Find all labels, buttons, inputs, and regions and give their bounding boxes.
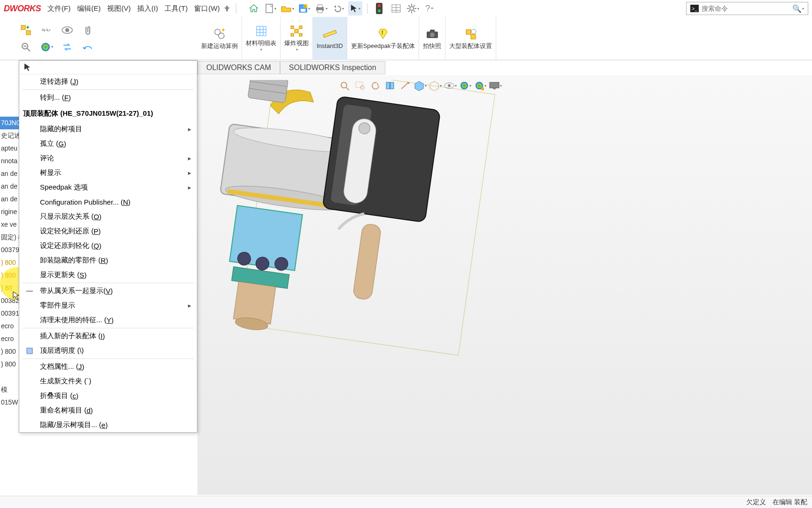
ctx-insert-subassembly[interactable]: 插入新的子装配体 (I) [19,329,197,343]
svg-point-66 [461,82,468,89]
ctx-isolate[interactable]: 孤立 (G) [19,136,197,151]
ctx-invert-selection[interactable]: 逆转选择 (J) [19,74,197,89]
graphics-viewport[interactable]: ▾ ▾ ▾ ▾ ▾ ▾ [197,75,812,495]
menu-edit[interactable]: 编辑(E) [77,4,101,13]
tree-item[interactable]: ) 800 [0,345,19,358]
tree-item[interactable]: ecro [0,333,19,345]
dynamic-zoom-icon[interactable] [398,80,412,91]
zoom-fit-icon[interactable] [338,80,351,91]
tree-item[interactable]: 固定) 8 [0,231,19,244]
ctx-new-folder[interactable]: 生成新文件夹 (`) [19,374,197,389]
appearance-icon[interactable]: ▾ [39,40,54,54]
tree-item[interactable]: an de [0,180,19,193]
status-editing: 在编辑 装配 [773,498,807,507]
traffic-icon[interactable] [372,1,386,16]
view-orientation-icon[interactable]: ▾ [414,80,427,91]
ctx-rename[interactable]: 重命名树项目 (d) [19,403,197,418]
menu-file[interactable]: 文件(F) [47,4,70,13]
print-icon[interactable]: ▾ [314,1,328,16]
apply-scene-icon[interactable]: ▾ [474,80,487,91]
ctx-goto[interactable]: 转到... (F) [19,90,197,105]
section-view-icon[interactable] [383,80,397,91]
large-assembly-button[interactable]: 大型装配体设置 [445,17,496,60]
help-icon[interactable]: ?⁃ [423,1,437,16]
hide-show-icon[interactable]: ▾ [444,80,457,91]
ctx-doc-properties[interactable]: 文档属性... (J) [19,359,197,374]
exploded-view-button[interactable]: 爆炸视图▾ [281,17,313,60]
ctx-hierarchy-only[interactable]: 只显示层次关系 (O) [19,209,197,224]
snapshot-button[interactable]: 拍快照 [419,17,445,60]
tree-item[interactable]: an de [0,167,19,180]
search-input[interactable] [702,5,792,12]
save-icon[interactable]: !▾ [297,1,312,16]
edit-appearance-icon[interactable]: ▾ [459,80,472,91]
update-speedpak-button[interactable]: !更新Speedpak子装配体 [347,17,420,60]
home-icon[interactable] [247,1,261,16]
command-icon: >_ [690,5,699,12]
rotate-icon[interactable] [81,40,95,54]
select-cursor-icon[interactable] [23,63,31,72]
ctx-comment[interactable]: 评论▶ [19,151,197,166]
tree-item[interactable]: 70JN0 [0,117,19,129]
ctx-clean-unused[interactable]: 清理未使用的特征... (Y) [19,313,197,327]
tree-item[interactable]: 015W [0,396,19,409]
tab-cam[interactable]: OLIDWORKS CAM [197,61,280,74]
svg-line-20 [408,5,410,7]
ctx-config-publisher[interactable]: Configuration Publisher... (N) [19,195,197,209]
tree-item[interactable]: ) 800 [0,358,19,371]
context-menu[interactable]: 逆转选择 (J) 转到... (F) 顶层装配体 (HE_S70JN015W(2… [19,60,197,433]
ctx-set-lightweight[interactable]: 设定轻化到还原 (P) [19,224,197,238]
select-icon[interactable]: ▾ [348,1,362,16]
tree-item[interactable]: 00391 [0,307,19,320]
view-settings-icon[interactable]: ▾ [489,80,502,91]
menu-tools[interactable]: 工具(T) [164,4,187,13]
ctx-unload-hidden[interactable]: 卸装隐藏的零部件 (R) [19,253,197,268]
hidden-line-icon[interactable] [39,23,54,37]
instant3d-button[interactable]: Instant3D [313,17,347,60]
ctx-top-transparency[interactable]: 顶层透明度 (\) [19,343,197,358]
undo-icon[interactable]: ▾ [331,1,345,16]
new-motion-study-button[interactable]: ✦新建运动算例 [197,17,242,60]
new-icon[interactable]: ▾ [264,1,278,16]
eye-icon[interactable] [60,23,74,37]
ctx-set-resolved[interactable]: 设定还原到轻化 (Q) [19,238,197,253]
tree-item[interactable]: nnota [0,155,19,167]
open-icon[interactable]: ▾ [281,1,295,16]
zoom-area-icon[interactable] [353,80,367,91]
tree-item[interactable]: an de [0,193,19,206]
menu-window[interactable]: 窗口(W) [194,4,219,13]
ctx-collapse[interactable]: 折叠项目 (c) [19,389,197,403]
ctx-hidden-tree-items[interactable]: 隐藏的树项目▶ [19,122,197,136]
display-style-icon[interactable]: ▾ [429,80,442,91]
command-search[interactable]: >_ 🔍 ▾ [686,2,808,15]
ctx-hide-show-tree[interactable]: 隐藏/显示树项目... (e) [19,418,197,432]
tree-item[interactable]: 模 [0,383,19,396]
search-icon[interactable]: 🔍 [792,4,802,13]
zoom-out-icon[interactable] [19,40,33,54]
tree-item[interactable] [0,371,19,383]
ctx-show-update-holder[interactable]: 显示更新夹 (S) [19,268,197,282]
prev-view-icon[interactable] [368,80,382,91]
tree-item[interactable]: apteu [0,142,19,155]
tree-item[interactable]: 史记述 [0,129,19,142]
tree-item[interactable]: rigine [0,206,19,218]
ctx-speedpak-options[interactable]: Speedpak 选项▶ [19,180,197,195]
ctx-component-display[interactable]: 零部件显示▶ [19,298,197,313]
ribbon: ▾ ✦新建运动算例 材料明细表▾ 爆炸视图▾ Instant3D !更新Spee… [0,17,812,60]
menu-view[interactable]: 视图(V) [107,4,131,13]
ctx-show-with-dependents[interactable]: 带从属关系一起显示(V) [19,284,197,298]
ctx-tree-display[interactable]: 树显示▶ [19,166,197,180]
panel-icon[interactable] [389,1,403,16]
tab-inspection[interactable]: SOLIDWORKS Inspection [280,61,385,74]
pin-icon[interactable] [220,1,234,16]
menu-insert[interactable]: 插入(I) [137,4,158,13]
svg-marker-62 [415,81,423,91]
bom-button[interactable]: 材料明细表▾ [242,17,281,60]
tree-item[interactable]: xe ve [0,218,19,231]
gear-icon[interactable]: ▾ [406,1,420,16]
tree-item[interactable]: 00379 [0,244,19,256]
tree-item[interactable]: ecro [0,320,19,333]
swap-icon[interactable] [60,40,74,54]
parts-icon[interactable] [19,23,33,37]
clip-icon[interactable] [81,23,95,37]
